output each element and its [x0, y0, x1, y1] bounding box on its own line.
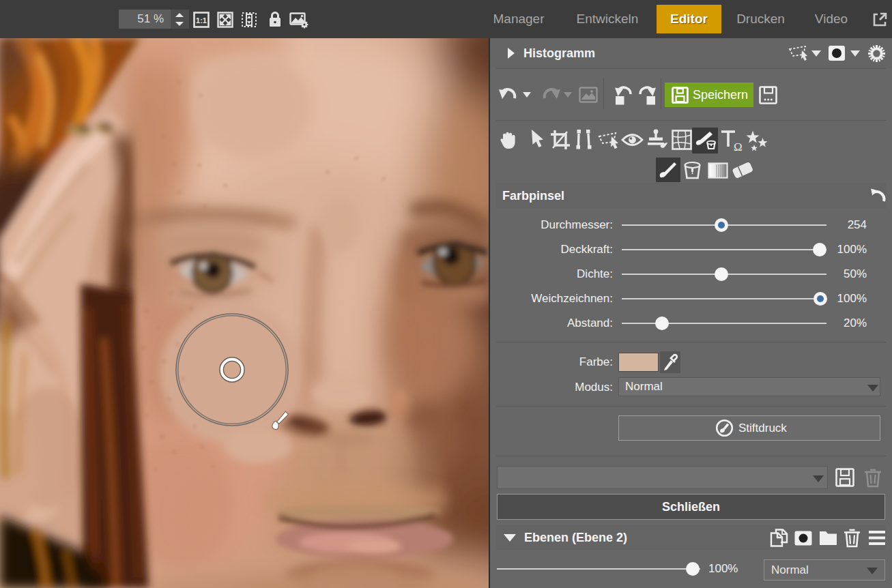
svg-text:Ω: Ω: [734, 141, 743, 151]
svg-text:1:1: 1:1: [196, 16, 207, 25]
